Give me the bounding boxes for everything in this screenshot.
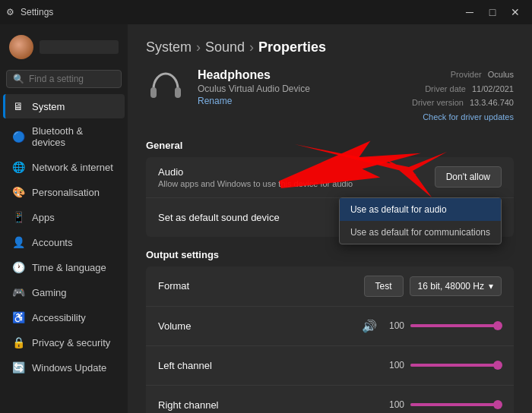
sidebar-label-gaming: Gaming — [32, 287, 67, 298]
headphones-icon — [146, 68, 185, 107]
sidebar-item-system[interactable]: 🖥System — [3, 94, 125, 118]
audio-row: Audio Allow apps and Windows to use this… — [146, 157, 514, 197]
settings-icon: ⚙ — [6, 7, 14, 17]
search-icon: 🔍 — [13, 74, 24, 84]
sidebar-item-accessibility[interactable]: ♿Accessibility — [3, 305, 125, 329]
breadcrumb-sound[interactable]: Sound — [205, 39, 245, 55]
provider-value: Oculus — [488, 70, 514, 79]
format-row: Format Test 16 bit, 48000 Hz ▾ — [146, 266, 514, 306]
device-header: Headphones Oculus Virtual Audio Device R… — [146, 68, 514, 125]
time-icon: 🕐 — [12, 261, 24, 273]
minimize-button[interactable]: ─ — [459, 2, 480, 23]
sidebar-label-apps: Apps — [32, 212, 55, 223]
volume-label: Volume — [158, 320, 191, 332]
breadcrumb-system[interactable]: System — [146, 39, 192, 55]
volume-slider[interactable] — [410, 324, 502, 327]
sidebar-label-time: Time & language — [32, 262, 106, 273]
device-subtitle: Oculus Virtual Audio Device — [198, 84, 310, 94]
left-channel-row-right: 100 — [383, 360, 502, 370]
search-input[interactable] — [29, 74, 115, 84]
sidebar-label-personalisation: Personalisation — [32, 187, 100, 198]
audio-row-left: Audio Allow apps and Windows to use this… — [158, 166, 353, 188]
title-bar: ⚙ Settings ─ □ ✕ — [0, 0, 532, 24]
breadcrumb-current: Properties — [258, 39, 326, 55]
check-driver-link[interactable]: Check for driver updates — [423, 112, 514, 121]
format-label: Format — [158, 280, 189, 292]
accounts-icon: 👤 — [12, 236, 24, 248]
audio-row-right: Don't allow — [435, 166, 502, 188]
svg-rect-0 — [150, 87, 157, 98]
breadcrumb-sep1: › — [196, 39, 201, 55]
user-section — [0, 30, 128, 67]
sidebar-label-accessibility: Accessibility — [32, 312, 86, 323]
driver-date-label: Driver date — [425, 84, 466, 93]
format-row-right: Test 16 bit, 48000 Hz ▾ — [364, 276, 502, 297]
right-channel-label: Right channel — [158, 399, 219, 411]
apps-icon: 📱 — [12, 211, 24, 223]
sidebar-item-network[interactable]: 🌐Network & internet — [3, 155, 125, 179]
accessibility-icon: ♿ — [12, 311, 24, 323]
dropdown-item-default-audio[interactable]: Use as default for audio — [340, 198, 501, 221]
volume-row-left: Volume — [158, 320, 191, 332]
sidebar-label-update: Windows Update — [32, 362, 106, 374]
title-bar-controls: ─ □ ✕ — [459, 2, 526, 23]
search-box[interactable]: 🔍 — [6, 70, 122, 88]
avatar — [9, 35, 33, 59]
sidebar-item-time[interactable]: 🕐Time & language — [3, 255, 125, 279]
format-value: 16 bit, 48000 Hz — [418, 281, 484, 292]
sidebar-label-system: System — [32, 101, 65, 112]
audio-label: Audio — [158, 166, 353, 178]
app-body: 🔍 🖥System🔵Bluetooth & devices🌐Network & … — [0, 24, 532, 413]
general-card: Audio Allow apps and Windows to use this… — [146, 157, 514, 237]
right-channel-row-left: Right channel — [158, 399, 219, 411]
sidebar-nav: 🖥System🔵Bluetooth & devices🌐Network & in… — [0, 94, 128, 380]
right-slider-container: 100 — [383, 399, 502, 410]
volume-row-right: 🔊 100 — [362, 319, 502, 333]
volume-value: 100 — [383, 320, 404, 331]
left-channel-value: 100 — [383, 360, 404, 370]
device-name: Headphones — [198, 68, 310, 82]
sidebar-item-accounts[interactable]: 👤Accounts — [3, 230, 125, 254]
sidebar-item-update[interactable]: 🔄Windows Update — [3, 355, 125, 380]
general-section-title: General — [146, 140, 514, 151]
app-title: Settings — [21, 7, 53, 17]
test-button[interactable]: Test — [364, 276, 404, 297]
left-thumb[interactable] — [493, 361, 502, 370]
driver-version-label: Driver version — [412, 98, 464, 107]
left-channel-slider[interactable] — [410, 364, 502, 367]
sidebar: 🔍 🖥System🔵Bluetooth & devices🌐Network & … — [0, 24, 128, 413]
right-channel-slider[interactable] — [410, 403, 502, 406]
personalisation-icon: 🎨 — [12, 186, 24, 198]
sidebar-label-network: Network & internet — [32, 162, 113, 173]
right-channel-row-right: 100 — [383, 399, 502, 410]
update-icon: 🔄 — [12, 361, 24, 374]
svg-rect-1 — [175, 87, 181, 98]
format-dropdown[interactable]: 16 bit, 48000 Hz ▾ — [410, 276, 502, 296]
system-icon: 🖥 — [12, 100, 24, 112]
sidebar-item-apps[interactable]: 📱Apps — [3, 205, 125, 229]
left-fill — [410, 364, 502, 367]
device-meta: ProviderOculus Driver date11/02/2021 Dri… — [412, 68, 514, 125]
sidebar-item-gaming[interactable]: 🎮Gaming — [3, 280, 125, 304]
volume-row: Volume 🔊 100 — [146, 306, 514, 345]
sidebar-item-personalisation[interactable]: 🎨Personalisation — [3, 180, 125, 204]
sidebar-label-privacy: Privacy & security — [32, 337, 110, 348]
volume-slider-container: 100 — [383, 320, 502, 331]
right-thumb[interactable] — [493, 400, 502, 409]
dont-allow-button[interactable]: Don't allow — [435, 166, 502, 188]
volume-thumb[interactable] — [493, 321, 502, 330]
breadcrumb-sep2: › — [249, 39, 254, 55]
provider-label: Provider — [451, 70, 482, 79]
chevron-down-icon: ▾ — [489, 281, 493, 292]
rename-link[interactable]: Rename — [198, 96, 310, 106]
bluetooth-icon: 🔵 — [12, 131, 24, 143]
driver-version-value: 13.3.46.740 — [470, 98, 514, 107]
right-fill — [410, 403, 502, 406]
left-channel-row-left: Left channel — [158, 360, 212, 371]
sidebar-item-bluetooth[interactable]: 🔵Bluetooth & devices — [3, 119, 125, 154]
sidebar-item-privacy[interactable]: 🔒Privacy & security — [3, 330, 125, 355]
close-button[interactable]: ✕ — [505, 2, 526, 23]
maximize-button[interactable]: □ — [482, 2, 503, 23]
title-bar-left: ⚙ Settings — [6, 7, 53, 17]
dropdown-item-default-comms[interactable]: Use as default for communications — [340, 221, 501, 244]
